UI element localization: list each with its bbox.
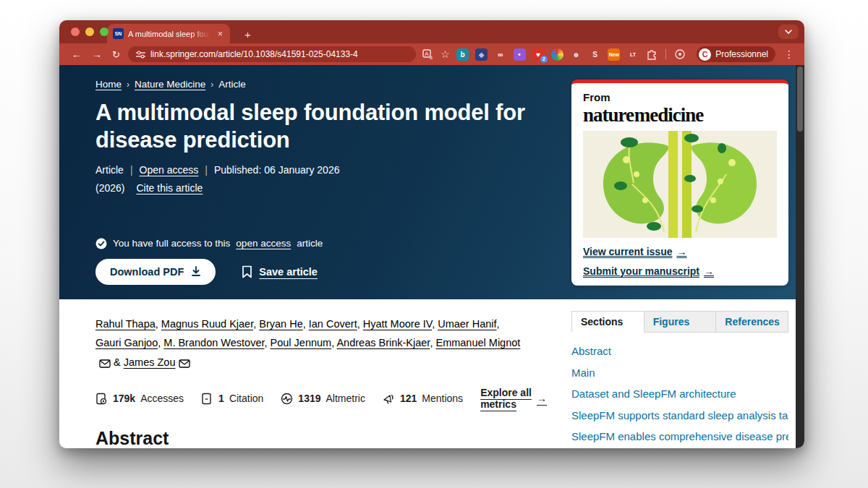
breadcrumb-journal[interactable]: Nature Medicine bbox=[135, 79, 205, 90]
author-list: Rahul Thapa, Magnus Ruud Kjaer, Bryan He… bbox=[95, 314, 527, 372]
tab-search-button[interactable] bbox=[778, 25, 799, 39]
view-current-issue-label: View current issue bbox=[583, 246, 672, 257]
bookmark-star-icon[interactable]: ☆ bbox=[441, 48, 450, 60]
reload-button[interactable]: ↻ bbox=[107, 49, 125, 60]
toolbar-divider bbox=[665, 49, 666, 59]
metric-mentions: 121 Mentions bbox=[383, 393, 463, 405]
email-icon[interactable] bbox=[99, 359, 111, 368]
tab-references[interactable]: References bbox=[715, 311, 788, 333]
ext-link-icon[interactable]: ∞ bbox=[494, 48, 506, 61]
window-controls bbox=[71, 27, 109, 36]
tab-figures[interactable]: Figures bbox=[644, 311, 717, 333]
breadcrumb-home[interactable]: Home bbox=[95, 79, 122, 90]
browser-menu-button[interactable]: ⋮ bbox=[781, 48, 797, 60]
open-access-link[interactable]: Open access bbox=[140, 164, 199, 176]
metric-value: 1 bbox=[218, 393, 224, 404]
chevron-right-icon: › bbox=[127, 80, 129, 90]
email-icon[interactable] bbox=[179, 359, 190, 368]
citation-icon: “ bbox=[201, 393, 213, 405]
zoom-window-button[interactable] bbox=[100, 27, 109, 36]
article-nav-tabs: Sections Figures References bbox=[571, 311, 788, 333]
download-pdf-button[interactable]: Download PDF bbox=[95, 259, 216, 285]
author-link[interactable]: Emmanuel Mignot bbox=[435, 337, 520, 348]
svg-text:“: “ bbox=[205, 395, 208, 403]
extensions-puzzle-icon[interactable] bbox=[646, 48, 658, 60]
access-note-text: You have full access to this bbox=[113, 238, 230, 249]
translate-icon[interactable]: A a bbox=[422, 49, 434, 60]
section-link[interactable]: Main bbox=[571, 367, 788, 379]
access-note: You have full access to this open access… bbox=[95, 238, 547, 249]
ext-seo-icon[interactable]: S bbox=[589, 48, 601, 61]
close-window-button[interactable] bbox=[71, 27, 80, 36]
section-link[interactable]: SleepFM supports standard sleep analysis… bbox=[571, 409, 788, 421]
section-link[interactable]: Abstract bbox=[571, 345, 788, 357]
back-button[interactable]: ← bbox=[67, 48, 87, 60]
article-year: (2026) bbox=[95, 182, 124, 194]
author-link[interactable]: Rahul Thapa bbox=[95, 318, 156, 330]
ext-person-icon[interactable]: ☻ bbox=[570, 48, 582, 61]
chevron-right-icon: › bbox=[210, 80, 213, 90]
svg-text:A: A bbox=[425, 51, 429, 57]
arrow-right-icon: → bbox=[704, 265, 714, 277]
profile-chip[interactable]: C Professionnel bbox=[697, 46, 775, 62]
ext-pin-icon[interactable]: ♥2 bbox=[532, 48, 545, 61]
author-link[interactable]: Ian Covert bbox=[309, 318, 357, 330]
altmetric-icon bbox=[281, 393, 293, 405]
metric-label: Altmetric bbox=[326, 393, 365, 404]
journal-card: From nature medicine bbox=[571, 80, 788, 286]
ext-b-icon[interactable]: b bbox=[456, 48, 469, 61]
abstract-heading: Abstract bbox=[95, 428, 547, 448]
author-link[interactable]: Andreas Brink-Kjaer bbox=[336, 337, 430, 348]
metric-accesses: 179k Accesses bbox=[95, 393, 184, 405]
minimize-window-button[interactable] bbox=[85, 27, 94, 36]
forward-button[interactable]: → bbox=[87, 48, 107, 60]
ext-colorwheel-icon[interactable] bbox=[551, 48, 563, 61]
screen-capture-icon[interactable] bbox=[674, 48, 686, 60]
author-link[interactable]: Hyatt Moore IV bbox=[363, 318, 432, 330]
article-type: Article bbox=[95, 164, 124, 176]
page-scrollbar[interactable] bbox=[796, 65, 804, 448]
author-link[interactable]: James Zou bbox=[124, 356, 176, 368]
site-settings-icon[interactable] bbox=[136, 51, 145, 59]
article-meta-secondary: (2026) Cite this article bbox=[95, 182, 547, 194]
new-tab-button[interactable]: + bbox=[240, 28, 255, 43]
save-article-link[interactable]: Save article bbox=[242, 265, 318, 278]
profile-label: Professionnel bbox=[715, 49, 768, 59]
view-current-issue-link[interactable]: View current issue → bbox=[583, 246, 777, 257]
author-link[interactable]: Bryan He bbox=[259, 318, 302, 330]
explore-all-metrics-link[interactable]: Explore all metrics → bbox=[480, 387, 547, 410]
metric-label: Mentions bbox=[422, 393, 463, 404]
author-link[interactable]: M. Brandon Westover bbox=[163, 337, 264, 348]
submit-manuscript-link[interactable]: Submit your manuscript → bbox=[583, 265, 777, 277]
tab-title: A multimodal sleep foundatio bbox=[128, 30, 212, 38]
author-link[interactable]: Umaer Hanif bbox=[438, 318, 496, 330]
nature-medicine-logo: nature medicine bbox=[583, 104, 777, 127]
tab-sections[interactable]: Sections bbox=[571, 311, 644, 333]
metric-label: Citation bbox=[229, 393, 263, 404]
ext-gear-icon[interactable]: • bbox=[514, 48, 526, 61]
section-link[interactable]: SleepFM enables comprehensive disease pr… bbox=[571, 430, 788, 442]
metric-label: Accesses bbox=[140, 393, 184, 404]
svg-text:a: a bbox=[430, 55, 433, 60]
author-link[interactable]: Poul Jennum bbox=[271, 337, 332, 348]
ext-new-icon[interactable]: New bbox=[608, 48, 620, 61]
ext-pen-icon[interactable]: ◆ bbox=[475, 48, 488, 61]
bookmark-icon bbox=[242, 265, 252, 278]
tab-close-icon[interactable]: × bbox=[216, 28, 224, 40]
section-link[interactable]: Dataset and SleepFM architecture bbox=[571, 388, 788, 400]
metric-value: 179k bbox=[113, 393, 135, 404]
explore-all-metrics-label: Explore all metrics bbox=[480, 387, 532, 410]
journal-cover-illustration[interactable] bbox=[583, 131, 777, 238]
address-bar[interactable]: link.springer.com/article/10.1038/s41591… bbox=[128, 46, 416, 62]
springer-nature-favicon: SN bbox=[113, 28, 124, 39]
author-link[interactable]: Gauri Ganjoo bbox=[95, 337, 158, 348]
article-meta: Article | Open access | Published: 06 Ja… bbox=[95, 164, 547, 176]
cite-article-link[interactable]: Cite this article bbox=[136, 182, 203, 194]
author-link[interactable]: Magnus Ruud Kjaer bbox=[161, 318, 253, 330]
ext-lt-icon[interactable]: LT bbox=[627, 48, 639, 61]
scrollbar-thumb[interactable] bbox=[797, 67, 803, 132]
open-access-note-link[interactable]: open access bbox=[236, 238, 291, 249]
arrow-right-icon: → bbox=[676, 246, 686, 257]
submit-manuscript-label: Submit your manuscript bbox=[583, 265, 699, 277]
browser-tab[interactable]: SN A multimodal sleep foundatio × bbox=[107, 24, 230, 43]
